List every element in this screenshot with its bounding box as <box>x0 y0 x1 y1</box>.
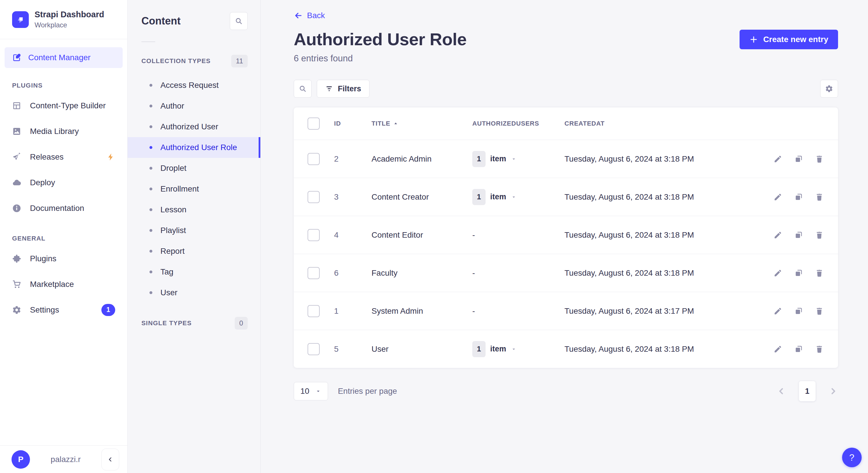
collection-type-item[interactable]: Droplet <box>128 158 260 179</box>
cell-createdat: Tuesday, August 6, 2024 at 3:18 PM <box>564 231 769 240</box>
sidebar-item-plugins[interactable]: Plugins <box>0 246 127 271</box>
trash-icon <box>815 231 824 239</box>
duplicate-button[interactable] <box>794 345 803 353</box>
column-header-authorizedusers[interactable]: AUTHORIZEDUSERS <box>472 120 564 127</box>
delete-button[interactable] <box>815 231 824 239</box>
collection-type-item[interactable]: Access Request <box>128 75 260 96</box>
sidebar-item-marketplace[interactable]: Marketplace <box>0 271 127 297</box>
duplicate-button[interactable] <box>794 231 803 239</box>
row-checkbox[interactable] <box>308 191 320 203</box>
filters-button[interactable]: Filters <box>317 80 370 98</box>
delete-button[interactable] <box>815 269 824 277</box>
table-row: 6Faculty-Tuesday, August 6, 2024 at 3:18… <box>294 254 838 292</box>
app-title: Strapi Dashboard <box>35 10 104 19</box>
collection-type-item[interactable]: Authorized User <box>128 116 260 137</box>
previous-page-button[interactable] <box>776 386 786 396</box>
authorizedusers-dropdown[interactable]: 1item <box>472 189 517 205</box>
back-link[interactable]: Back <box>294 11 325 20</box>
users-label: item <box>490 345 506 353</box>
collection-type-item[interactable]: Author <box>128 96 260 116</box>
sidebar-item-label: Deploy <box>30 178 55 187</box>
collapse-sidebar-button[interactable] <box>101 448 119 470</box>
collection-type-item[interactable]: Report <box>128 241 260 262</box>
cell-title: Content Editor <box>372 231 472 240</box>
column-header-createdat[interactable]: CREATEDAT <box>564 120 769 127</box>
delete-button[interactable] <box>815 193 824 201</box>
next-page-button[interactable] <box>828 386 838 396</box>
brand[interactable]: Strapi Dashboard Workplace <box>0 0 127 39</box>
row-checkbox[interactable] <box>308 229 320 241</box>
duplicate-button[interactable] <box>794 155 803 163</box>
sidebar-item-deploy[interactable]: Deploy <box>0 170 127 195</box>
collection-type-item[interactable]: User <box>128 282 260 303</box>
duplicate-button[interactable] <box>794 193 803 201</box>
collection-type-item[interactable]: Playlist <box>128 220 260 241</box>
sort-asc-icon <box>393 121 398 126</box>
table-row: 4Content Editor-Tuesday, August 6, 2024 … <box>294 216 838 254</box>
cell-createdat: Tuesday, August 6, 2024 at 3:17 PM <box>564 306 769 316</box>
edit-button[interactable] <box>774 231 782 239</box>
create-new-entry-button[interactable]: Create new entry <box>740 30 838 49</box>
edit-button[interactable] <box>774 193 782 201</box>
table-settings-button[interactable] <box>820 80 838 98</box>
delete-button[interactable] <box>815 345 824 353</box>
row-checkbox[interactable] <box>308 267 320 279</box>
collection-type-label: Playlist <box>160 226 186 235</box>
username: palazzi.r <box>51 455 81 464</box>
row-checkbox[interactable] <box>308 153 320 165</box>
main-content: Back Authorized User Role Create new ent… <box>260 0 868 473</box>
strapi-logo-icon <box>12 11 29 28</box>
single-types-label: SINGLE TYPES <box>142 320 192 327</box>
column-header-title[interactable]: TITLE <box>372 120 472 127</box>
collection-type-item[interactable]: Lesson <box>128 199 260 220</box>
edit-button[interactable] <box>774 269 782 277</box>
pencil-icon <box>774 307 782 316</box>
pencil-icon <box>774 193 782 201</box>
delete-button[interactable] <box>815 155 824 163</box>
page-number[interactable]: 1 <box>799 381 815 401</box>
subnav-search-button[interactable] <box>230 12 248 30</box>
cell-id: 3 <box>334 193 372 202</box>
page-size-select[interactable]: 10 <box>294 382 328 401</box>
divider <box>142 41 155 42</box>
create-button-label: Create new entry <box>763 35 828 44</box>
collection-type-label: Enrollment <box>160 184 199 194</box>
duplicate-button[interactable] <box>794 269 803 277</box>
delete-button[interactable] <box>815 307 824 316</box>
chevron-down-icon <box>511 156 517 162</box>
single-types-count: 0 <box>235 317 248 329</box>
collection-type-label: Tag <box>160 267 174 276</box>
collection-type-item[interactable]: Tag <box>128 262 260 282</box>
cell-createdat: Tuesday, August 6, 2024 at 3:18 PM <box>564 345 769 354</box>
collection-type-item[interactable]: Enrollment <box>128 179 260 199</box>
pencil-icon <box>774 269 782 277</box>
select-all-checkbox[interactable] <box>308 118 320 130</box>
edit-button[interactable] <box>774 345 782 353</box>
users-empty-value: - <box>472 306 475 316</box>
row-checkbox[interactable] <box>308 343 320 355</box>
sidebar-item-settings[interactable]: Settings 1 <box>0 297 127 323</box>
collection-type-item[interactable]: Authorized User Role <box>128 137 260 158</box>
duplicate-button[interactable] <box>794 307 803 316</box>
column-header-id[interactable]: ID <box>334 120 372 127</box>
table-row: 1System Admin-Tuesday, August 6, 2024 at… <box>294 292 838 330</box>
users-label: item <box>490 154 506 163</box>
sidebar-item-media-library[interactable]: Media Library <box>0 118 127 144</box>
sidebar-item-content-type-builder[interactable]: Content-Type Builder <box>0 93 127 118</box>
sidebar-item-content-manager[interactable]: Content Manager <box>5 47 123 68</box>
arrow-left-icon <box>294 11 303 20</box>
authorizedusers-dropdown[interactable]: 1item <box>472 341 517 357</box>
edit-button[interactable] <box>774 155 782 163</box>
sidebar-item-label: Documentation <box>30 204 84 213</box>
help-button[interactable]: ? <box>842 448 862 467</box>
cell-id: 4 <box>334 231 372 240</box>
authorizedusers-dropdown[interactable]: 1item <box>472 151 517 167</box>
feather-icon <box>12 53 21 62</box>
edit-button[interactable] <box>774 307 782 316</box>
sidebar-item-releases[interactable]: Releases <box>0 144 127 170</box>
row-checkbox[interactable] <box>308 305 320 317</box>
sidebar-item-documentation[interactable]: Documentation <box>0 195 127 221</box>
chevron-down-icon <box>315 388 321 394</box>
trash-icon <box>815 345 824 353</box>
table-search-button[interactable] <box>294 80 312 98</box>
